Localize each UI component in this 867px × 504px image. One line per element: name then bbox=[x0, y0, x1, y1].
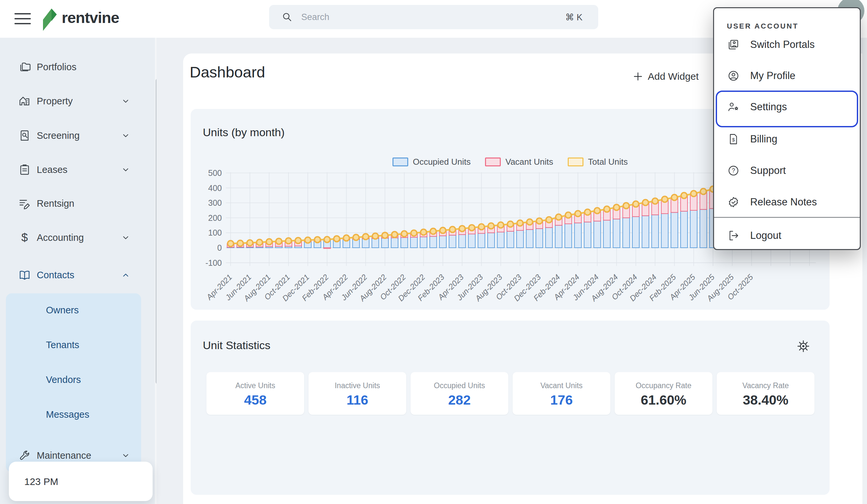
menu-item-label: My Profile bbox=[750, 70, 795, 82]
stat-card-row: Active Units458Inactive Units116Occupied… bbox=[206, 372, 815, 415]
sidebar-item-label: Leases bbox=[37, 164, 67, 175]
svg-text:200: 200 bbox=[208, 213, 222, 223]
signature-icon bbox=[18, 197, 31, 210]
gear-icon[interactable] bbox=[796, 339, 811, 353]
sidebar-item-label: Accounting bbox=[37, 232, 84, 243]
sidebar-item-leases[interactable]: Leases bbox=[0, 159, 151, 180]
chevron-down-icon bbox=[121, 165, 131, 174]
stat-label: Vacancy Rate bbox=[717, 381, 814, 390]
billing-icon: $ bbox=[727, 133, 740, 146]
sidebar-item-portfolios[interactable]: Portfolios bbox=[0, 56, 151, 77]
chevron-down-icon bbox=[121, 131, 131, 140]
clipboard-icon bbox=[18, 163, 31, 176]
sidebar-scrollbar-thumb[interactable] bbox=[156, 79, 157, 384]
sidebar-item-label: Owners bbox=[46, 305, 79, 316]
folders-icon bbox=[18, 61, 31, 73]
billing-icon: $ bbox=[727, 133, 740, 146]
sidebar-scrollbar[interactable] bbox=[155, 38, 157, 504]
stat-card-active-units: Active Units458 bbox=[206, 372, 304, 415]
svg-text:0: 0 bbox=[217, 243, 222, 252]
stat-card-occupancy-rate: Occupancy Rate61.60% bbox=[615, 372, 713, 415]
page-scrollbar[interactable] bbox=[863, 0, 867, 504]
search-placeholder: Search bbox=[301, 12, 330, 22]
menu-item-switch-portals[interactable]: Switch Portals bbox=[717, 31, 857, 58]
book-open-icon bbox=[18, 269, 31, 281]
hamburger-menu-icon[interactable] bbox=[14, 13, 31, 25]
folders-icon bbox=[18, 61, 31, 73]
add-widget-button[interactable]: Add Widget bbox=[633, 67, 699, 85]
chevron-down-icon bbox=[121, 233, 131, 243]
search-input[interactable]: Search ⌘ K bbox=[269, 5, 598, 29]
badge-check-icon bbox=[727, 196, 740, 208]
menu-item-logout[interactable]: Logout bbox=[717, 222, 857, 249]
menu-item-support[interactable]: ?Support bbox=[717, 157, 857, 184]
sidebar: PortfoliosPropertyScreeningLeasesRentsig… bbox=[0, 38, 157, 504]
sidebar-item-label: Contacts bbox=[37, 270, 74, 280]
dollar-icon: $ bbox=[18, 231, 31, 244]
sidebar-item-property[interactable]: Property bbox=[0, 90, 151, 111]
sidebar-item-messages[interactable]: Messages bbox=[0, 404, 151, 425]
sidebar-item-screening[interactable]: Screening bbox=[0, 125, 151, 146]
toast-text: 123 PM bbox=[24, 476, 58, 487]
sidebar-item-label: Tenants bbox=[46, 340, 79, 351]
book-open-icon bbox=[18, 269, 31, 281]
menu-item-label: Settings bbox=[750, 101, 787, 113]
menu-item-billing[interactable]: $Billing bbox=[717, 125, 857, 153]
search-shortcut-hint: ⌘ K bbox=[565, 12, 582, 23]
stat-card-inactive-units: Inactive Units116 bbox=[309, 372, 406, 415]
sidebar-item-label: Property bbox=[37, 96, 73, 107]
unit-statistics-card: Unit Statistics Active Units458Inactive … bbox=[191, 321, 829, 495]
chevron-down-icon bbox=[121, 451, 131, 460]
stat-value: 38.40% bbox=[717, 393, 814, 408]
svg-text:$: $ bbox=[21, 231, 28, 244]
user-gear-icon bbox=[727, 101, 740, 113]
menu-item-label: Logout bbox=[750, 230, 781, 242]
dollar-icon: $ bbox=[18, 231, 31, 244]
stat-card-occupied-units: Occupied Units282 bbox=[410, 372, 508, 415]
sidebar-item-accounting[interactable]: $Accounting bbox=[0, 227, 151, 248]
user-gear-icon bbox=[727, 101, 740, 113]
logout-icon bbox=[727, 229, 740, 242]
plus-icon bbox=[633, 71, 643, 82]
svg-text:$: $ bbox=[732, 137, 735, 142]
sidebar-item-rentsign[interactable]: Rentsign bbox=[0, 193, 151, 214]
file-search-icon bbox=[18, 129, 31, 142]
file-search-icon bbox=[18, 129, 31, 142]
sidebar-item-label: Maintenance bbox=[37, 450, 91, 461]
chevron-down-icon bbox=[121, 233, 131, 243]
chevron-up-icon bbox=[121, 270, 131, 280]
svg-text:100: 100 bbox=[208, 228, 222, 237]
stats-title: Unit Statistics bbox=[203, 339, 270, 352]
badge-check-icon bbox=[727, 196, 740, 208]
sidebar-item-contacts[interactable]: Contacts bbox=[0, 265, 151, 286]
menu-item-settings[interactable]: Settings bbox=[717, 93, 857, 121]
menu-item-my-profile[interactable]: My Profile bbox=[717, 62, 857, 89]
home-icon bbox=[18, 95, 31, 107]
sidebar-item-label: Messages bbox=[46, 409, 89, 420]
stat-card-vacant-units: Vacant Units176 bbox=[513, 372, 610, 415]
home-icon bbox=[18, 95, 31, 107]
stat-label: Active Units bbox=[206, 381, 304, 390]
menu-header: USER ACCOUNT bbox=[727, 22, 799, 31]
page-title: Dashboard bbox=[190, 63, 265, 81]
logout-icon bbox=[727, 229, 740, 242]
help-circle-icon: ? bbox=[727, 164, 740, 177]
wrench-icon bbox=[18, 449, 31, 462]
switch-portals-icon bbox=[727, 39, 740, 51]
menu-item-release-notes[interactable]: Release Notes bbox=[717, 188, 857, 216]
stat-label: Vacant Units bbox=[513, 381, 610, 390]
stat-value: 61.60% bbox=[615, 393, 713, 408]
sidebar-item-tenants[interactable]: Tenants bbox=[0, 334, 151, 355]
search-icon bbox=[281, 11, 293, 23]
menu-item-label: Billing bbox=[750, 133, 778, 145]
menu-item-label: Support bbox=[750, 165, 786, 176]
time-toast: 123 PM bbox=[9, 462, 153, 501]
sidebar-item-owners[interactable]: Owners bbox=[0, 300, 151, 321]
logo-wordmark: rentvine bbox=[62, 9, 119, 26]
svg-text:400: 400 bbox=[208, 183, 222, 193]
stat-value: 116 bbox=[309, 393, 406, 408]
stat-card-vacancy-rate: Vacancy Rate38.40% bbox=[717, 372, 814, 415]
sidebar-item-vendors[interactable]: Vendors bbox=[0, 369, 151, 390]
svg-text:-100: -100 bbox=[205, 258, 222, 267]
user-circle-icon bbox=[727, 69, 740, 82]
